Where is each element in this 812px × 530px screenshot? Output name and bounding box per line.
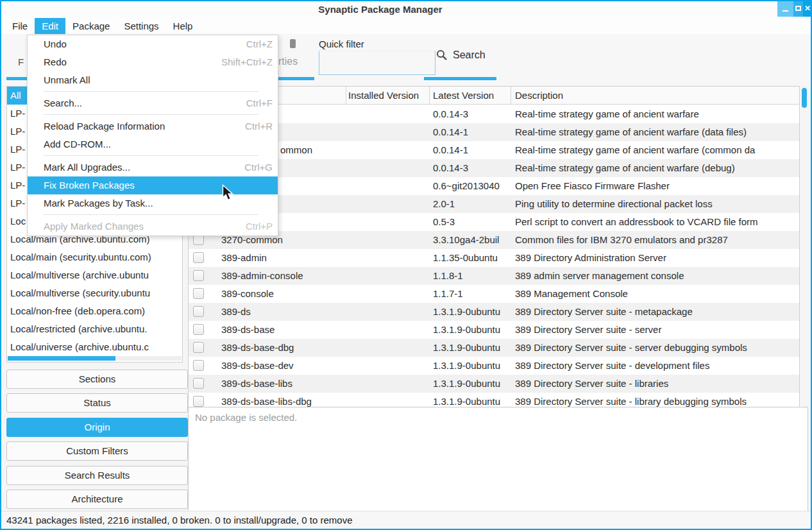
origin-item-local-non-free-deb-opera-com[interactable]: Local/non-free (deb.opera.com): [7, 302, 182, 320]
package-row-389-ds-base[interactable]: 389-ds-base1.3.1.9-0ubuntu389 Directory …: [189, 321, 799, 339]
package-description: 389 Management Console: [515, 285, 799, 303]
package-name: 389-ds-base: [221, 321, 344, 339]
synaptic-window: Synaptic Package Manager ✕ FileEditPacka…: [0, 0, 812, 530]
package-name: ommon: [280, 141, 403, 159]
minimize-button[interactable]: [777, 0, 793, 17]
origin-button[interactable]: Origin: [6, 418, 188, 437]
origin-item-local-main-security-ubuntu-com[interactable]: Local/main (security.ubuntu.com): [7, 248, 182, 266]
package-checkbox[interactable]: [193, 306, 204, 317]
menu-separator: [28, 89, 278, 94]
package-row[interactable]: 0.0.14-3Real-time strategy game of ancie…: [189, 105, 799, 123]
quick-filter-label: Quick filter: [319, 38, 364, 49]
package-description: Real-time strategy game of ancient warfa…: [515, 159, 799, 177]
details-pane: No package is selected.: [188, 407, 808, 511]
package-row[interactable]: 2.0-1Ping utility to determine direction…: [189, 195, 799, 213]
table-vertical-scrollbar[interactable]: [800, 86, 808, 407]
latest-version: 1.1.8-1: [433, 267, 509, 285]
package-checkbox[interactable]: [193, 324, 204, 335]
package-row-389-admin[interactable]: 389-admin1.1.35-0ubuntu389 Directory Adm…: [189, 249, 799, 267]
package-checkbox[interactable]: [193, 378, 204, 389]
menu-item-search[interactable]: Search...Ctrl+F: [28, 94, 278, 112]
package-row[interactable]: 0.0.14-1Real-time strategy game of ancie…: [189, 123, 799, 141]
custom-filters-button[interactable]: Custom Filters: [6, 441, 188, 461]
package-row-389-console[interactable]: 389-console1.1.7-1389 Management Console: [189, 285, 799, 303]
minimize-icon: [782, 10, 788, 12]
menu-separator: [28, 153, 278, 158]
status-button[interactable]: Status: [6, 393, 188, 413]
origin-item-local-multiverse-security-ubuntu[interactable]: Local/multiverse (security.ubuntu: [7, 284, 182, 302]
package-checkbox[interactable]: [193, 360, 204, 371]
package-row-3270-common[interactable]: 3270-common3.3.10ga4-2builCommon files f…: [189, 231, 799, 249]
menu-item-mark-packages-by-task[interactable]: Mark Packages by Task...: [28, 194, 278, 212]
menu-item-label: Search...: [44, 98, 82, 108]
package-row[interactable]: 0.0.14-3Real-time strategy game of ancie…: [189, 159, 799, 177]
scrollbar-thumb[interactable]: [802, 88, 807, 108]
package-description: Real-time strategy game of ancient warfa…: [515, 141, 799, 159]
menu-item-label: Mark All Upgrades...: [44, 162, 130, 173]
origin-item-local-multiverse-archive-ubuntu[interactable]: Local/multiverse (archive.ubuntu: [7, 266, 182, 284]
close-button[interactable]: ✕: [803, 0, 812, 17]
menu-item-apply-marked-changes[interactable]: Apply Marked ChangesCtrl+P: [28, 218, 278, 235]
package-description: 389 admin server management console: [515, 267, 799, 285]
package-row-389-admin-console[interactable]: 389-admin-console1.1.8-1389 admin server…: [189, 267, 799, 285]
menu-package[interactable]: Package: [65, 18, 117, 34]
latest-version: 1.3.1.9-0ubuntu: [433, 357, 509, 375]
sections-button[interactable]: Sections: [6, 370, 188, 389]
statusbar: 43241 packages listed, 2216 installed, 0…: [1, 511, 811, 529]
latest-version: 1.3.1.9-0ubuntu: [433, 321, 509, 339]
menu-item-fix-broken-packages[interactable]: Fix Broken Packages: [28, 176, 278, 194]
package-row[interactable]: 0.5-3Perl script to convert an addressbo…: [189, 213, 799, 231]
search-button[interactable]: Search: [436, 49, 486, 61]
menu-settings[interactable]: Settings: [117, 18, 165, 34]
column-header-description[interactable]: Description: [515, 87, 797, 105]
properties-button-fragment[interactable]: rties: [278, 56, 298, 67]
column-header-latest-version[interactable]: Latest Version: [433, 87, 509, 105]
origin-item-local-restricted-archive-ubuntu[interactable]: Local/restricted (archive.ubuntu.: [7, 320, 182, 338]
menu-help[interactable]: Help: [166, 18, 200, 34]
package-row-389-ds-base-libs[interactable]: 389-ds-base-libs1.3.1.9-0ubuntu389 Direc…: [189, 375, 799, 393]
column-separator: [346, 87, 346, 105]
search-results-button[interactable]: Search Results: [6, 466, 188, 485]
package-description: 389 Directory Server suite - metapackage: [515, 303, 799, 321]
maximize-button[interactable]: [793, 0, 803, 17]
package-description: 389 Directory Server suite - server: [515, 321, 799, 339]
quick-filter-input[interactable]: [319, 51, 436, 75]
package-checkbox[interactable]: [193, 288, 204, 299]
package-checkbox[interactable]: [193, 252, 204, 263]
toolbar-button-fragment[interactable]: F: [18, 56, 24, 67]
origin-item-local-universe-archive-ubuntu-c[interactable]: Local/universe (archive.ubuntu.c: [7, 338, 182, 356]
latest-version: 1.1.35-0ubuntu: [433, 249, 509, 267]
package-checkbox[interactable]: [193, 342, 204, 353]
package-checkbox[interactable]: [193, 270, 204, 281]
package-row-389-ds-base-libs-dbg[interactable]: 389-ds-base-libs-dbg1.3.1.9-0ubuntu389 D…: [189, 393, 799, 407]
column-header-installed-version[interactable]: Installed Version: [348, 87, 427, 105]
package-name: 389-ds-base-dbg: [221, 339, 344, 357]
package-row-ommon[interactable]: ommon0.0.14-1Real-time strategy game of …: [189, 141, 799, 159]
menu-item-reload-package-information[interactable]: Reload Package InformationCtrl+R: [28, 117, 278, 135]
properties-icon-fragment: [290, 39, 296, 48]
toolbar-button-underline: [6, 77, 27, 80]
menu-item-unmark-all[interactable]: Unmark All: [28, 71, 278, 89]
menu-item-label: Reload Package Information: [44, 121, 165, 132]
menu-item-mark-all-upgrades[interactable]: Mark All Upgrades...Ctrl+G: [28, 158, 278, 176]
latest-version: 0.0.14-1: [433, 123, 509, 141]
menu-item-redo[interactable]: RedoShift+Ctrl+Z: [28, 53, 278, 71]
menu-item-add-cd-rom[interactable]: Add CD-ROM...: [28, 135, 278, 153]
menu-item-label: Redo: [44, 56, 67, 67]
package-name: 389-admin: [221, 249, 344, 267]
package-row-389-ds[interactable]: 389-ds1.3.1.9-0ubuntu389 Directory Serve…: [189, 303, 799, 321]
menu-item-undo[interactable]: UndoCtrl+Z: [28, 35, 278, 53]
package-row-389-ds-base-dbg[interactable]: 389-ds-base-dbg1.3.1.9-0ubuntu389 Direct…: [189, 339, 799, 357]
package-row-389-ds-base-dev[interactable]: 389-ds-base-dev1.3.1.9-0ubuntu389 Direct…: [189, 357, 799, 375]
package-row[interactable]: 0.6~git2013040Open Free Fiasco Firmware …: [189, 177, 799, 195]
menu-file[interactable]: File: [5, 18, 35, 34]
latest-version: 1.3.1.9-0ubuntu: [433, 303, 509, 321]
sidebar-horizontal-scrollbar[interactable]: [8, 356, 182, 361]
scrollbar-thumb[interactable]: [8, 356, 115, 361]
package-description: Real-time strategy game of ancient warfa…: [515, 123, 799, 141]
menu-separator: [28, 212, 278, 218]
latest-version: 1.1.7-1: [433, 285, 509, 303]
package-checkbox[interactable]: [193, 396, 204, 407]
menu-edit[interactable]: Edit: [35, 18, 65, 34]
architecture-button[interactable]: Architecture: [6, 490, 188, 509]
